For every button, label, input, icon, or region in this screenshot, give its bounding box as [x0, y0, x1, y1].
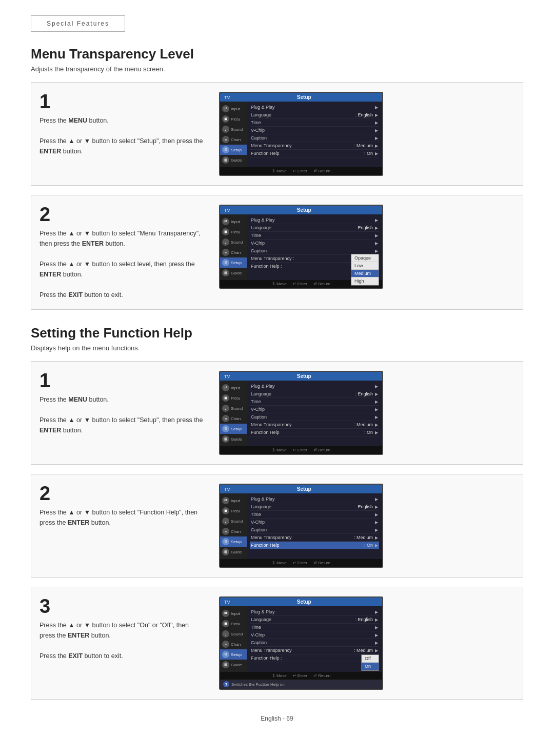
- tv-header-mt2: TV Setup: [220, 206, 382, 214]
- menu-time-fh2: Time▶: [250, 511, 379, 519]
- help-text-fh3: Switches the Fuction Help on.: [231, 682, 286, 687]
- input-icon-fh3: ⇄: [222, 610, 229, 617]
- tv-content-mt2: Plug & Play▶ Language: English▶ Time▶ V-…: [247, 214, 382, 280]
- menu-menutransparency-fh3: Menu Transparency: Medium▶: [250, 647, 379, 654]
- sidebar-setup-fh2: ⚙Setup: [220, 536, 247, 547]
- tv-screen-fh1: TV Setup ⇄Input ▣Pictu ♪Sound ≡Chan ⚙Set…: [219, 371, 383, 455]
- tv-body-fh1: ⇄Input ▣Pictu ♪Sound ≡Chan ⚙Setup ▦Guide…: [220, 381, 382, 446]
- fh-step-3-left: 3 Press the ▲ or ▼ button to select "On"…: [39, 596, 204, 661]
- tv-body-fh3: ⇄Input ▣Pictu ♪Sound ≡Chan ⚙Setup ▦Guide…: [220, 606, 382, 672]
- menu-plugplay-fh3: Plug & Play▶: [250, 608, 379, 616]
- step-1-left: 1 Press the MENU button. Press the ▲ or …: [39, 92, 204, 156]
- menu-vchip-mt2: V-Chip▶: [250, 240, 379, 247]
- footer-move-fh3: ⇕ Move: [272, 673, 287, 678]
- guide-icon-mt1: ▦: [222, 156, 229, 164]
- menu-time-mt1: Time▶: [250, 119, 379, 127]
- sidebar-setup-mt2: ⚙Setup: [220, 257, 247, 268]
- menu-language-fh1: Language: English▶: [250, 390, 379, 398]
- tv-header-mt1: TV Setup: [220, 93, 382, 102]
- sidebar-setup-fh3: ⚙Setup: [220, 649, 247, 660]
- tv-label-fh3: TV: [224, 600, 230, 605]
- channel-icon-fh1: ≡: [222, 415, 229, 422]
- setup-icon-fh2: ⚙: [222, 538, 229, 545]
- dropdown-medium: Medium: [351, 270, 379, 277]
- footer-move-fh2: ⇕ Move: [272, 561, 287, 565]
- footer-enter-mt2: ↵ Enter: [293, 282, 307, 286]
- menu-plugplay-fh2: Plug & Play▶: [250, 495, 379, 503]
- setup-icon-fh3: ⚙: [222, 651, 229, 658]
- footer-return-fh2: ⏎ Return: [313, 561, 330, 565]
- sidebar-guide-mt2: ▦Guide: [220, 268, 247, 278]
- sound-icon-mt2: ♪: [222, 238, 229, 246]
- picture-icon-fh2: ▣: [222, 507, 229, 514]
- special-features-header: Special Features: [31, 15, 523, 46]
- menu-caption-mt1: Caption▶: [250, 134, 379, 142]
- menu-vchip-mt1: V-Chip▶: [250, 127, 379, 134]
- fh-step-2-left: 2 Press the ▲ or ▼ button to select "Fun…: [39, 484, 204, 528]
- sidebar-input-mt2: ⇄Input: [220, 216, 247, 227]
- input-icon-mt2: ⇄: [222, 218, 229, 225]
- setup-label-fh3: Setup: [297, 599, 311, 605]
- sidebar-guide-fh2: ▦Guide: [220, 547, 247, 557]
- dropdown-low: Low: [351, 262, 379, 270]
- fh-step-1-text: Press the MENU button. Press the ▲ or ▼ …: [39, 394, 204, 435]
- sidebar-picture-mt2: ▣Pictu: [220, 227, 247, 237]
- menu-time-fh1: Time▶: [250, 398, 379, 406]
- tv-footer-fh1: ⇕ Move ↵ Enter ⏎ Return: [220, 446, 382, 454]
- setup-label-fh1: Setup: [297, 373, 311, 379]
- tv-footer-mt1: ⇕ Move ↵ Enter ⏎ Return: [220, 167, 382, 175]
- menu-vchip-fh3: V-Chip▶: [250, 631, 379, 639]
- tv-content-fh1: Plug & Play▶ Language: English▶ Time▶ V-…: [247, 381, 382, 446]
- sidebar-input-fh1: ⇄Input: [220, 383, 247, 393]
- menu-plugplay-mt2: Plug & Play▶: [250, 216, 379, 224]
- picture-icon-mt1: ▣: [222, 115, 229, 123]
- fh-step-number-2: 2: [39, 484, 204, 503]
- tv-sidebar-fh3: ⇄Input ▣Pictu ♪Sound ≡Chan ⚙Setup ▦Guide: [220, 606, 247, 672]
- function-help-section: Setting the Function Help Displays help …: [31, 325, 523, 700]
- step-number-2: 2: [39, 205, 204, 224]
- menu-transparency-title: Menu Transparency Level: [31, 46, 523, 62]
- channel-icon-fh3: ≡: [222, 641, 229, 648]
- tv-screen-fh3: TV Setup ⇄Input ▣Pictu ♪Sound ≡Chan ⚙Set…: [219, 596, 383, 690]
- sound-icon-mt1: ♪: [222, 126, 229, 133]
- menu-functionhelp-fh3: Function Help : Off On: [250, 654, 379, 662]
- tv-sidebar-mt2: ⇄Input ▣Pictu ♪Sound ≡Chan ⚙Setup ▦Guide: [220, 214, 247, 280]
- footer-return-fh3: ⏎ Return: [313, 673, 330, 678]
- channel-icon-fh2: ≡: [222, 528, 229, 535]
- sidebar-picture-fh3: ▣Pictu: [220, 619, 247, 629]
- tv-screen-mt1: TV Setup ⇄Input ▣Pictu ♪Sound ≡Chan ⚙Set…: [219, 92, 383, 176]
- sidebar-channel-fh3: ≡Chan: [220, 639, 247, 649]
- function-help-title: Setting the Function Help: [31, 325, 523, 341]
- sidebar-sound-fh1: ♪Sound: [220, 403, 247, 413]
- input-icon-fh1: ⇄: [222, 384, 229, 391]
- footer-enter-fh2: ↵ Enter: [293, 561, 307, 565]
- sidebar-setup-mt1: ⚙Setup: [220, 145, 247, 155]
- tv-header-fh1: TV Setup: [220, 372, 382, 381]
- onoff-off: Off: [362, 655, 379, 663]
- tv-help-bar-fh3: ? Switches the Fuction Help on.: [220, 680, 382, 689]
- fh-step-1-left: 1 Press the MENU button. Press the ▲ or …: [39, 371, 204, 435]
- tv-sidebar-fh2: ⇄Input ▣Pictu ♪Sound ≡Chan ⚙Setup ▦Guide: [220, 493, 247, 559]
- setup-label-mt2: Setup: [297, 207, 311, 213]
- sidebar-channel-fh1: ≡Chan: [220, 413, 247, 424]
- sidebar-channel-mt2: ≡Chan: [220, 247, 247, 257]
- sidebar-guide-fh1: ▦Guide: [220, 434, 247, 444]
- channel-icon-mt1: ≡: [222, 136, 229, 143]
- sound-icon-fh3: ♪: [222, 630, 229, 638]
- tv-footer-fh2: ⇕ Move ↵ Enter ⏎ Return: [220, 559, 382, 567]
- guide-icon-fh3: ▦: [222, 661, 229, 668]
- tv-sidebar-fh1: ⇄Input ▣Pictu ♪Sound ≡Chan ⚙Setup ▦Guide: [220, 381, 247, 446]
- menu-language-fh2: Language: English▶: [250, 503, 379, 511]
- function-help-step-1: 1 Press the MENU button. Press the ▲ or …: [31, 361, 523, 465]
- menu-functionhelp-fh2: Function Help: On▶: [250, 542, 379, 549]
- transparency-dropdown: Opaque Low Medium High: [351, 254, 379, 286]
- fh-step-number-1: 1: [39, 371, 204, 390]
- sidebar-channel-mt1: ≡Chan: [220, 134, 247, 145]
- menu-language-mt2: Language: English▶: [250, 224, 379, 232]
- menu-time-mt2: Time▶: [250, 232, 379, 240]
- onoff-dropdown: Off On: [361, 654, 379, 671]
- footer-enter-fh3: ↵ Enter: [293, 673, 307, 678]
- menu-functionhelp-mt1: Function Help: On▶: [250, 150, 379, 157]
- step-1-screen: TV Setup ⇄Input ▣Pictu ♪Sound ≡Chan ⚙Set…: [219, 92, 515, 176]
- sidebar-guide-mt1: ▦Guide: [220, 155, 247, 165]
